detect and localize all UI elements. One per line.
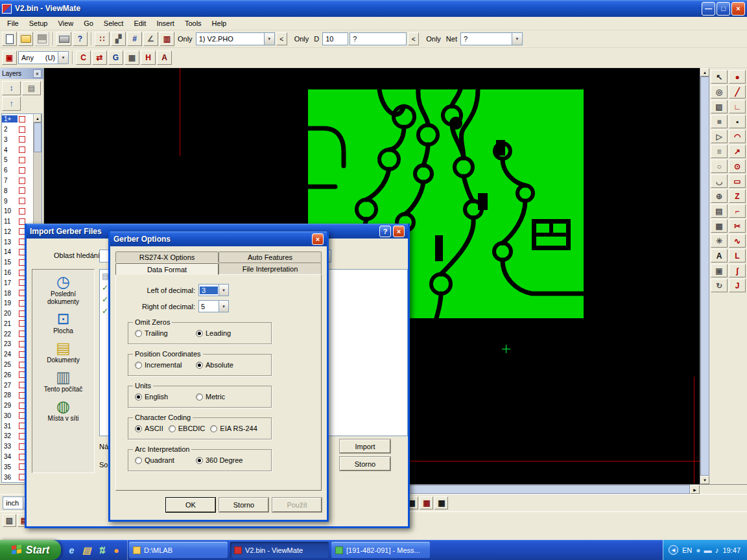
circle-tool-icon[interactable]: C	[76, 51, 91, 65]
radio-button-icon[interactable]	[135, 362, 142, 369]
scroll-right-icon[interactable]: ▶	[690, 485, 700, 494]
padstack-icon[interactable]: ◎	[711, 85, 728, 99]
layer-row[interactable]: 10	[2, 206, 33, 216]
solid-pad-icon[interactable]: ▪	[729, 115, 746, 128]
text-a-icon[interactable]: A	[157, 51, 172, 65]
highlight-mode-icon[interactable]: ▞	[111, 32, 126, 46]
menu-select[interactable]: Select	[99, 18, 129, 29]
radio-button-icon[interactable]	[196, 362, 203, 369]
scroll-up-icon[interactable]: ▲	[700, 68, 709, 76]
layer-row[interactable]: 2	[2, 124, 33, 135]
knife-icon[interactable]: ✂	[729, 219, 746, 233]
browser-icon[interactable]: ●	[111, 544, 122, 555]
radio-button-icon[interactable]	[210, 425, 217, 432]
layer-row[interactable]: 3	[2, 135, 33, 145]
ok-button[interactable]: OK	[166, 498, 215, 512]
oblong-pad-icon[interactable]: ○	[711, 159, 728, 173]
layer-prev-button[interactable]: <	[276, 32, 287, 45]
dcode-value-field[interactable]: 10	[322, 32, 348, 45]
radio-button-icon[interactable]	[169, 425, 176, 432]
flash-pad-icon[interactable]: ●	[729, 70, 746, 84]
draw-sine-icon[interactable]: ∿	[729, 234, 746, 248]
filled-rect-icon[interactable]: ■	[711, 115, 728, 128]
new-file-icon[interactable]	[2, 32, 17, 46]
scrollbar-thumb[interactable]	[700, 76, 709, 476]
layer-reorder-button[interactable]: ↕	[2, 81, 21, 95]
cancel-button[interactable]: Storno	[340, 457, 390, 471]
scrollbar-thumb[interactable]	[34, 122, 42, 152]
highlight-h-icon[interactable]: H	[141, 51, 156, 65]
layer-select-combo[interactable]: 1) V2.PHO ▼	[196, 32, 275, 45]
tray-keyboard-icon[interactable]: ▬	[704, 546, 711, 555]
open-file-icon[interactable]	[18, 32, 33, 46]
print-icon[interactable]	[56, 32, 71, 46]
layer-color-swatch[interactable]	[19, 178, 25, 184]
chevron-down-icon[interactable]: ▼	[219, 301, 228, 312]
hide-icons-chevron-icon[interactable]: ◀	[669, 545, 678, 555]
layer-row[interactable]: 8	[2, 185, 33, 196]
radio-eia-rs-244[interactable]: EIA RS-244	[210, 425, 257, 432]
explorer-folder-icon[interactable]: ▤	[81, 544, 92, 555]
gerber-dialog-titlebar[interactable]: Gerber Options ×	[110, 231, 327, 246]
dcode-filter-field[interactable]: ?	[350, 32, 407, 45]
layers-panel-header[interactable]: Layers ×	[0, 68, 43, 79]
layer-row[interactable]: 7	[2, 176, 33, 186]
hook-icon[interactable]: J	[729, 279, 746, 292]
place-computer[interactable]: ▥Tento počítač	[35, 369, 92, 393]
mirror-icon[interactable]: ▷	[711, 130, 728, 143]
stamp-icon[interactable]: ▣	[711, 264, 728, 277]
scroll-up-icon[interactable]: ▲	[34, 114, 42, 122]
draw-polyline-icon[interactable]: ∟	[729, 100, 746, 113]
layer-color-swatch[interactable]	[19, 187, 25, 194]
grid-snap-icon[interactable]: ▦	[711, 219, 728, 233]
apply-button[interactable]: Použít	[272, 498, 322, 512]
chevron-down-icon[interactable]: ▼	[512, 33, 522, 45]
dcode-grid-icon[interactable]: ∷	[95, 32, 110, 46]
radio-button-icon[interactable]	[196, 457, 203, 464]
layer-color-swatch[interactable]	[19, 208, 25, 215]
layer-color-swatch[interactable]	[19, 136, 25, 143]
radio-ascii[interactable]: ASCII	[135, 425, 163, 432]
select-cursor-icon[interactable]: ↖	[711, 70, 728, 84]
radio-english[interactable]: English	[135, 393, 191, 401]
radio-360-degree[interactable]: 360 Degree	[196, 456, 243, 464]
measure-angle-icon[interactable]: ∠	[143, 32, 158, 46]
rotate-icon[interactable]: ↻	[711, 279, 728, 292]
tray-messenger-icon[interactable]: ●	[696, 546, 700, 555]
draw-curve-icon[interactable]: ʃ	[729, 264, 746, 277]
place-recent-documents[interactable]: ◷Poslední dokumenty	[35, 274, 92, 306]
close-button[interactable]: ×	[731, 2, 745, 16]
tab-file-interpretation[interactable]: File Interpretation	[219, 262, 322, 274]
layer-row[interactable]: 6	[2, 165, 33, 176]
radio-metric[interactable]: Metric	[196, 393, 225, 401]
radio-absolute[interactable]: Absolute	[196, 361, 233, 369]
task-button-191-482-091-mess[interactable]: [191-482-091] - Mess...	[331, 542, 430, 558]
swap-layers-icon[interactable]: ⇄	[92, 51, 107, 65]
layer-row[interactable]: 4	[2, 145, 33, 155]
place-network[interactable]: ◍Místa v síti	[35, 398, 92, 423]
board-view-icon[interactable]: ▨	[3, 514, 16, 527]
radio-quadrant[interactable]: Quadrant	[135, 456, 191, 464]
l-shape-icon[interactable]: L	[729, 249, 746, 262]
draw-arc-icon[interactable]: ◠	[729, 130, 746, 143]
radio-button-icon[interactable]	[135, 393, 142, 401]
report-chart-icon[interactable]: ▥	[160, 32, 174, 46]
trace-grid-icon[interactable]: ▦	[434, 496, 448, 509]
emule-icon[interactable]: ⇅	[96, 544, 107, 555]
tray-volume-icon[interactable]: ♪	[715, 546, 718, 555]
right-decimal-combo[interactable]: 5 ▼	[198, 300, 229, 312]
context-help-icon[interactable]: ?	[73, 32, 88, 46]
aperture-combo[interactable]: Any (U) ▼	[18, 51, 69, 64]
close-icon[interactable]: ×	[33, 69, 42, 78]
layer-copy-icon[interactable]: ▤	[711, 204, 728, 218]
select-net-icon[interactable]: #	[127, 32, 142, 46]
radio-leading[interactable]: Leading	[196, 329, 231, 337]
layer-color-swatch[interactable]	[19, 126, 25, 133]
menu-tools[interactable]: Tools	[180, 18, 207, 29]
menu-insert[interactable]: Insert	[151, 18, 180, 29]
chevron-down-icon[interactable]: ▼	[58, 52, 68, 64]
aperture-list-icon[interactable]: ▣	[2, 51, 17, 65]
layer-up-button[interactable]: ↑	[2, 97, 21, 111]
help-icon[interactable]: ?	[379, 226, 391, 237]
probe-icon[interactable]: ⊕	[711, 189, 728, 203]
